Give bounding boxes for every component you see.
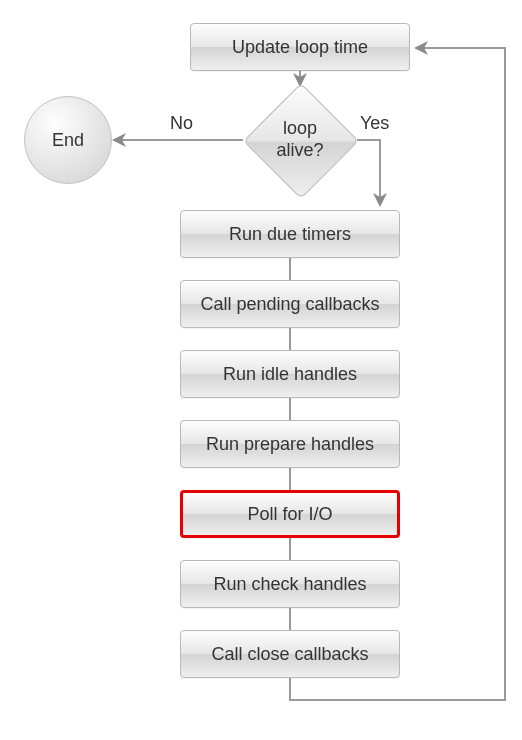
node-run-due-timers: Run due timers — [180, 210, 400, 258]
node-poll-for-io: Poll for I/O — [180, 490, 400, 538]
edge-label-yes: Yes — [360, 113, 389, 134]
node-label: Poll for I/O — [247, 504, 332, 525]
node-call-close-callbacks: Call close callbacks — [180, 630, 400, 678]
node-run-prepare-handles: Run prepare handles — [180, 420, 400, 468]
node-label: Call pending callbacks — [200, 294, 379, 315]
edge-label-no: No — [170, 113, 193, 134]
node-update-loop-time: Update loop time — [190, 23, 410, 71]
node-label: Run idle handles — [223, 364, 357, 385]
node-label: Run check handles — [213, 574, 366, 595]
node-run-idle-handles: Run idle handles — [180, 350, 400, 398]
node-label: End — [52, 130, 84, 151]
node-label: Call close callbacks — [211, 644, 368, 665]
node-label: Run prepare handles — [206, 434, 374, 455]
node-label: loop alive? — [276, 118, 323, 161]
node-end: End — [24, 96, 112, 184]
node-call-pending-callbacks: Call pending callbacks — [180, 280, 400, 328]
node-label: Run due timers — [229, 224, 351, 245]
node-loop-alive: loop alive? — [245, 85, 355, 195]
node-run-check-handles: Run check handles — [180, 560, 400, 608]
node-label: Update loop time — [232, 37, 368, 58]
